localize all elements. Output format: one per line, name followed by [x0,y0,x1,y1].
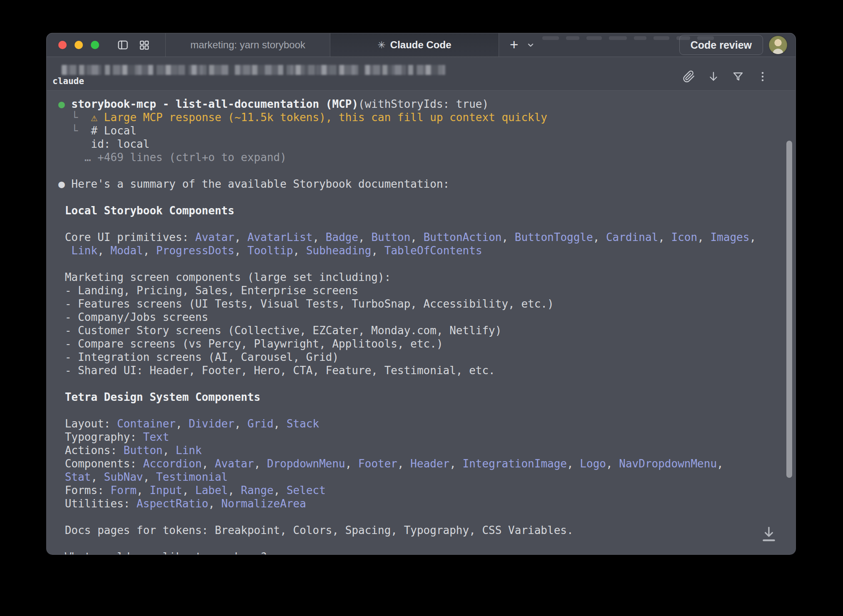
component-doc-link[interactable]: Label [195,484,228,497]
app-window: marketing: yarn storybook ✳ Claude Code … [47,33,796,554]
redacted-command-text [62,65,446,75]
redacted-tab-titles [542,36,714,40]
tab-marketing-yarn-storybook[interactable]: marketing: yarn storybook [165,33,330,57]
component-doc-link[interactable]: Container [117,417,176,430]
terminal-header: claude [47,57,796,91]
component-doc-link[interactable]: ButtonToggle [515,231,593,243]
sidebar-toggle-icon[interactable] [117,39,129,51]
terminal-line: ● Here's a summary of the available Stor… [58,177,796,191]
download-icon[interactable] [707,70,720,83]
tab-label: marketing: yarn storybook [190,39,305,51]
window-controls [47,33,165,57]
more-options-icon[interactable] [756,70,769,83]
component-doc-link[interactable]: Form [110,484,137,497]
component-doc-link[interactable]: Avatar [215,457,254,470]
tab-label: Claude Code [390,39,451,51]
terminal-line: - Compare screens (vs Percy, Playwright,… [58,337,796,350]
terminal-blank-line [58,191,796,204]
component-doc-link[interactable]: AspectRatio [137,497,208,510]
terminal-line: … +469 lines (ctrl+o to expand) [58,151,796,164]
terminal-line: Core UI primitives: Avatar, AvatarList, … [58,231,796,244]
zoom-window-button[interactable] [91,41,99,49]
new-tab-chevron-icon[interactable] [526,41,535,49]
terminal-line: Docs pages for tokens: Breakpoint, Color… [58,524,796,537]
terminal-blank-line [58,537,796,550]
terminal-line: What would you like to work on? [58,550,796,554]
terminal-output: ● storybook-mcp - list-all-documentation… [47,91,796,554]
terminal-line: Layout: Container, Divider, Grid, Stack [58,417,796,430]
component-doc-link[interactable]: Input [150,484,182,497]
terminal-blank-line [58,217,796,231]
component-doc-link[interactable]: Avatar [195,231,234,243]
component-doc-link[interactable]: Accordion [143,457,202,470]
terminal-line: - Customer Story screens (Collective, EZ… [58,324,796,337]
component-doc-link[interactable]: ProgressDots [156,244,234,257]
component-doc-link[interactable]: Button [124,444,163,457]
filter-icon[interactable] [732,70,744,83]
component-doc-link[interactable]: Badge [326,231,358,243]
component-doc-link[interactable]: Link [71,244,97,257]
tab-overview-icon[interactable] [139,40,150,51]
component-doc-link[interactable]: Text [143,431,170,443]
component-doc-link[interactable]: NormalizeArea [221,497,306,510]
component-doc-link[interactable]: AvatarList [247,231,313,243]
terminal-line: - Landing, Pricing, Sales, Enterprise sc… [58,284,796,297]
component-doc-link[interactable]: Testimonial [156,471,228,483]
component-doc-link[interactable]: Modal [110,244,143,257]
scrollbar-thumb[interactable] [786,141,792,478]
terminal-line: Marketing screen components (large set i… [58,271,796,284]
component-doc-link[interactable]: Stack [287,417,319,430]
terminal-line: Forms: Form, Input, Label, Range, Select [58,484,796,497]
component-doc-link[interactable]: DropdownMenu [267,457,345,470]
terminal-line: - Shared UI: Header, Footer, Hero, CTA, … [58,364,796,377]
new-tab-button[interactable]: + [510,37,518,52]
component-doc-link[interactable]: Subheading [306,244,372,257]
terminal-lines: ● storybook-mcp - list-all-documentation… [58,97,796,554]
tab-claude-code[interactable]: ✳ Claude Code [330,33,499,57]
component-doc-link[interactable]: Divider [189,417,234,430]
component-doc-link[interactable]: Footer [358,457,397,470]
component-doc-link[interactable]: Button [371,231,410,243]
component-doc-link[interactable]: Images [710,231,749,243]
component-doc-link[interactable]: IntegrationImage [463,457,567,470]
component-doc-link[interactable]: Grid [247,417,274,430]
terminal-line: Tetra Design System Components [58,390,796,404]
terminal-blank-line [58,404,796,417]
terminal-line: - Integration screens (AI, Carousel, Gri… [58,350,796,364]
terminal-line: └ # Local [58,124,796,137]
component-doc-link[interactable]: Select [287,484,326,497]
terminal-line: Link, Modal, ProgressDots, Tooltip, Subh… [58,244,796,257]
terminal-line: ● storybook-mcp - list-all-documentation… [58,97,796,111]
minimize-window-button[interactable] [75,41,83,49]
tab-bar: marketing: yarn storybook ✳ Claude Code … [47,33,796,57]
close-window-button[interactable] [58,41,67,49]
component-doc-link[interactable]: NavDropdownMenu [619,457,717,470]
terminal-line: └ ⚠ Large MCP response (~11.5k tokens), … [58,111,796,124]
terminal-line: id: local [58,137,796,151]
terminal-line: Local Storybook Components [58,204,796,217]
component-doc-link[interactable]: Header [410,457,449,470]
session-name: claude [52,76,84,86]
terminal-line: - Company/Jobs screens [58,310,796,324]
component-doc-link[interactable]: SubNav [104,471,143,483]
component-doc-link[interactable]: Tooltip [247,244,293,257]
component-doc-link[interactable]: ButtonAction [424,231,502,243]
scroll-to-bottom-icon[interactable] [761,525,777,544]
component-doc-link[interactable]: Range [241,484,273,497]
component-doc-link[interactable]: Cardinal [606,231,658,243]
user-avatar[interactable] [769,36,787,54]
component-doc-link[interactable]: Link [176,444,202,457]
tab-bar-right-section: + Code review [499,33,796,57]
terminal-line: Actions: Button, Link [58,444,796,457]
terminal-line: - Features screens (UI Tests, Visual Tes… [58,297,796,310]
component-doc-link[interactable]: Logo [580,457,606,470]
paperclip-icon[interactable] [683,70,695,83]
terminal-line: Components: Accordion, Avatar, DropdownM… [58,457,796,470]
terminal-line: Stat, SubNav, Testimonial [58,470,796,484]
claude-spark-icon: ✳ [378,40,386,51]
desktop-background: { "colors": { "accent_link": "#98a2e2", … [0,0,843,616]
component-doc-link[interactable]: Stat [65,471,91,483]
terminal-line: Typography: Text [58,430,796,444]
component-doc-link[interactable]: Icon [671,231,698,243]
component-doc-link[interactable]: TableOfContents [384,244,482,257]
